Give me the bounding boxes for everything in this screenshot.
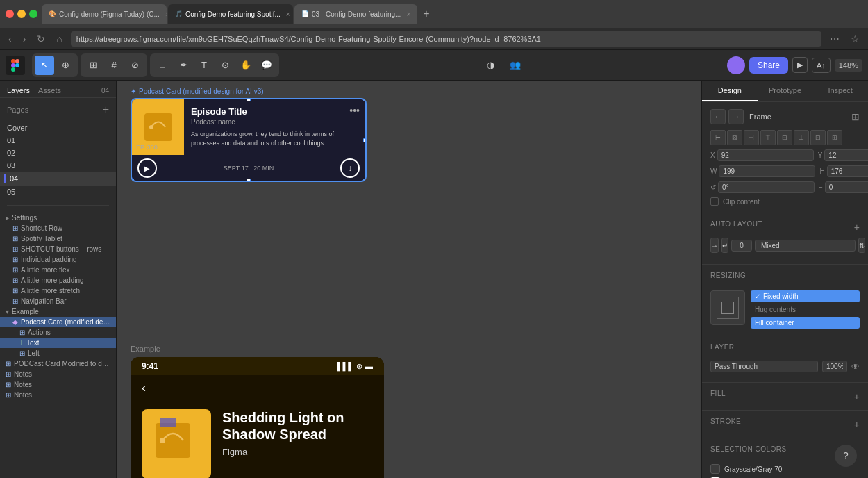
scale-tool[interactable]: ⊕: [56, 56, 75, 75]
notes-layer-2[interactable]: ⊞ Notes: [0, 379, 116, 390]
blend-mode-input[interactable]: [710, 361, 818, 372]
select-tool[interactable]: ↖: [35, 56, 54, 75]
color-swatch-1[interactable]: [710, 464, 720, 474]
download-button-card[interactable]: ↓: [340, 158, 360, 178]
help-button[interactable]: ?: [835, 445, 857, 467]
refresh-button[interactable]: ↻: [34, 32, 48, 46]
url-input[interactable]: [71, 31, 821, 47]
maximize-window-btn[interactable]: [29, 10, 37, 18]
h-input[interactable]: [827, 165, 868, 177]
rect-tool[interactable]: □: [153, 56, 172, 75]
inspect-tab[interactable]: Inspect: [812, 81, 868, 101]
frame-tool[interactable]: ⊞: [83, 56, 103, 75]
al-gap-input[interactable]: [731, 240, 752, 252]
text-layer[interactable]: T Text: [0, 338, 116, 348]
resource-tool[interactable]: ⊙: [215, 56, 235, 75]
zoom-level[interactable]: 148%: [835, 59, 862, 72]
hug-contents-option[interactable]: Hug contents: [751, 304, 860, 315]
flex-layer[interactable]: ⊞ A little more flex: [0, 265, 116, 275]
page-item-cover[interactable]: Cover: [0, 122, 116, 134]
align-center-h-btn[interactable]: ⊠: [727, 130, 742, 145]
text-tool[interactable]: T: [194, 56, 214, 75]
visibility-toggle[interactable]: 👁: [851, 362, 860, 372]
align-left-btn[interactable]: ⊢: [710, 130, 726, 145]
al-wrap-btn[interactable]: ↵: [721, 238, 728, 253]
add-stroke-btn[interactable]: +: [854, 419, 860, 430]
al-padding-input[interactable]: [755, 240, 856, 252]
notes-layer-1[interactable]: ⊞ Notes: [0, 369, 116, 379]
extensions-button[interactable]: ⋯: [827, 32, 842, 46]
canvas-area[interactable]: ✦ Podcast Card (modified design for AI v…: [117, 81, 701, 478]
share-button[interactable]: Share: [749, 57, 788, 74]
page-item-02[interactable]: 02: [0, 147, 116, 159]
expand-frame-btn[interactable]: ⊞: [851, 111, 860, 122]
pen-tool[interactable]: ✒: [174, 56, 193, 75]
browser-tab-1-close[interactable]: ×: [165, 10, 167, 18]
fixed-width-option[interactable]: ✓ Fixed width: [751, 290, 860, 302]
figma-logo[interactable]: [6, 56, 25, 75]
podcast-modified-layer[interactable]: ⊞ PODCast Card Modified to demon...: [0, 358, 116, 369]
minimize-window-btn[interactable]: [17, 10, 26, 18]
page-item-04[interactable]: 04: [0, 172, 116, 186]
fill-container-option[interactable]: Fill container: [751, 317, 860, 329]
padding-layer[interactable]: ⊞ A little more padding: [0, 275, 116, 286]
notes-layer-3[interactable]: ⊞ Notes: [0, 390, 116, 400]
settings-group[interactable]: ▸ Settings: [0, 213, 116, 223]
opacity-input[interactable]: [822, 361, 847, 372]
align-bottom-btn[interactable]: ⊥: [794, 130, 809, 145]
distribute-h-btn[interactable]: ⊡: [810, 130, 826, 145]
close-window-btn[interactable]: [6, 10, 14, 18]
multiplayer-btn[interactable]: 👥: [506, 56, 525, 75]
al-arrows-btn[interactable]: ⇅: [858, 238, 865, 253]
back-button[interactable]: ‹: [6, 32, 15, 46]
browser-tab-1[interactable]: 🎨 Config demo (Figma Today) (C... ×: [42, 4, 167, 24]
prototype-tab[interactable]: Prototype: [758, 81, 813, 101]
shortcut-row-layer[interactable]: ⊞ Shortcut Row: [0, 223, 116, 233]
browser-tab-3[interactable]: 📄 03 - Config Demo featuring... ×: [294, 4, 417, 24]
new-tab-button[interactable]: +: [419, 8, 433, 20]
layers-tab[interactable]: Layers: [7, 86, 30, 94]
play-button-card[interactable]: ▶: [137, 158, 157, 178]
example-group[interactable]: ▾ Example: [0, 306, 116, 317]
stretch-layer[interactable]: ⊞ A little more stretch: [0, 286, 116, 296]
comment-tool[interactable]: 💬: [257, 56, 276, 75]
next-frame-btn[interactable]: →: [728, 109, 744, 124]
font-button[interactable]: A↑: [812, 58, 831, 73]
section-tool[interactable]: #: [104, 56, 124, 75]
prev-frame-btn[interactable]: ←: [710, 109, 726, 124]
rotation-input[interactable]: [718, 181, 815, 193]
color-row-1[interactable]: Grayscale/Gray 70: [710, 464, 860, 474]
hand-tool[interactable]: ✋: [236, 56, 256, 75]
toggle-theme[interactable]: ◑: [481, 56, 500, 75]
actions-layer[interactable]: ⊞ Actions: [0, 327, 116, 338]
user-avatar[interactable]: [727, 56, 745, 74]
align-center-v-btn[interactable]: ⊟: [777, 130, 792, 145]
auto-layout-add-btn[interactable]: +: [854, 222, 860, 233]
corner-input[interactable]: [825, 181, 868, 193]
al-direction-btn[interactable]: →: [710, 238, 719, 253]
individual-padding-layer[interactable]: ⊞ Individual padding: [0, 254, 116, 265]
browser-tab-2-close[interactable]: ×: [286, 10, 290, 18]
browser-tab-2[interactable]: 🎵 Config Demo featuring Spotif... ×: [168, 4, 293, 24]
add-page-button[interactable]: +: [103, 104, 109, 116]
align-top-btn[interactable]: ⊤: [760, 130, 776, 145]
add-fill-btn[interactable]: +: [854, 391, 860, 402]
spotify-tablet-layer[interactable]: ⊞ Spotify Tablet: [0, 233, 116, 244]
card-more-button[interactable]: •••: [349, 105, 360, 116]
left-layer[interactable]: ⊞ Left: [0, 348, 116, 358]
distribute-v-btn[interactable]: ⊞: [827, 130, 842, 145]
page-item-01[interactable]: 01: [0, 134, 116, 147]
align-right-btn[interactable]: ⊣: [744, 130, 759, 145]
assets-tab[interactable]: Assets: [38, 86, 61, 94]
bookmark-button[interactable]: ☆: [848, 32, 862, 46]
home-button[interactable]: ⌂: [53, 32, 65, 46]
browser-tab-3-close[interactable]: ×: [406, 10, 410, 18]
page-item-03[interactable]: 03: [0, 159, 116, 172]
play-button[interactable]: ▶: [792, 57, 808, 73]
nav-bar-layer[interactable]: ⊞ Navigation Bar: [0, 296, 116, 306]
slice-tool[interactable]: ⊘: [125, 56, 144, 75]
shotcut-buttons-layer[interactable]: ⊞ SHOTCUT buttons + rows: [0, 244, 116, 254]
design-tab[interactable]: Design: [702, 81, 758, 101]
back-arrow-btn[interactable]: ‹: [142, 381, 146, 395]
x-input[interactable]: [717, 149, 814, 161]
